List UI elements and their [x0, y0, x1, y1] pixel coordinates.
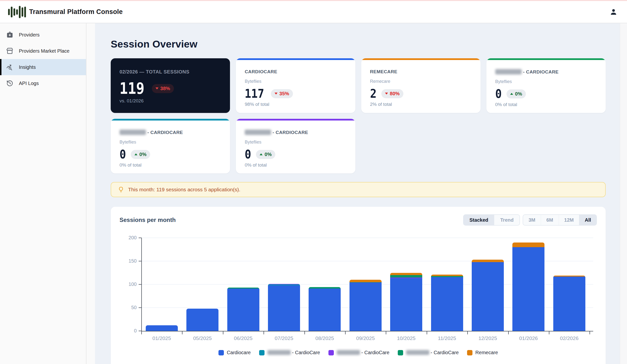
- bar-10/2025[interactable]: [390, 273, 422, 331]
- bar-01/2025[interactable]: [146, 325, 178, 331]
- stat-card-title: - CARDIOCARE: [495, 69, 597, 75]
- redacted-name: [245, 130, 271, 135]
- app-logo-icon: [8, 1, 26, 23]
- briefcase-medical-icon: [6, 31, 13, 39]
- redacted-name: [406, 350, 429, 355]
- sidebar-item-providers-market-place[interactable]: Providers Market Place: [0, 43, 86, 59]
- x-axis-label: 08/2025: [305, 335, 345, 341]
- bar-segment: [512, 247, 544, 331]
- sidebar-item-providers[interactable]: Providers: [0, 27, 86, 43]
- gridline: [142, 238, 593, 238]
- x-tick: [141, 331, 142, 334]
- stat-card-subtitle: Byteflies: [245, 140, 346, 145]
- legend-item: - CardioCare: [398, 350, 459, 356]
- history-icon: [6, 80, 13, 87]
- sidebar: ProvidersProviders Market PlaceInsightsA…: [0, 23, 86, 364]
- bar-segment: [472, 262, 504, 331]
- stat-card-footer: 0% of total: [119, 162, 221, 168]
- bar-segment: [350, 280, 382, 282]
- sidebar-item-label: Providers: [19, 32, 39, 38]
- y-axis-line: [141, 238, 142, 334]
- card-accent-bar: [236, 58, 355, 60]
- bar-12/2025[interactable]: [472, 260, 504, 331]
- stat-card-4: - CARDIOCAREByteflies00%0% of total: [111, 119, 230, 173]
- delta-percent: 38%: [160, 86, 170, 91]
- stat-card-title: CARDIOCARE: [245, 69, 346, 74]
- x-tick: [427, 331, 427, 334]
- user-icon[interactable]: [610, 8, 617, 16]
- arrow-down-icon: [274, 93, 277, 95]
- x-axis-label: 07/2025: [263, 335, 304, 341]
- stat-card-subtitle: Byteflies: [495, 79, 597, 84]
- x-tick: [305, 331, 305, 334]
- scrollbar-track[interactable]: [620, 23, 627, 364]
- legend-label: - CardioCare: [406, 350, 459, 356]
- sessions-chart-card: Sessions per month StackedTrend 3M6M12MA…: [111, 207, 606, 364]
- x-axis-label: 11/2025: [427, 335, 467, 341]
- card-accent-bar: [486, 58, 606, 60]
- x-tick: [386, 331, 386, 334]
- delta-percent: 0%: [139, 152, 147, 157]
- x-tick: [263, 331, 264, 334]
- bar-01/2026[interactable]: [512, 243, 544, 331]
- y-axis-label: 150: [111, 258, 137, 264]
- sidebar-item-insights[interactable]: Insights: [0, 59, 86, 75]
- card-accent-bar: [111, 119, 230, 120]
- legend-label: - CardioCare: [267, 350, 320, 356]
- bar-11/2025[interactable]: [431, 275, 463, 331]
- bar-segment: [227, 289, 259, 331]
- lightbulb-icon: [118, 186, 124, 193]
- legend-swatch: [218, 350, 224, 356]
- legend-swatch: [259, 350, 264, 356]
- stat-card-title: - CARDIOCARE: [245, 130, 346, 135]
- bar-05/2025[interactable]: [186, 309, 218, 331]
- x-tick: [549, 331, 549, 334]
- x-axis-label: 05/2025: [182, 335, 223, 341]
- arrow-down-icon: [385, 93, 388, 95]
- legend-item: - CardioCare: [259, 350, 320, 356]
- bar-segment: [309, 289, 341, 331]
- stat-card-footer: 0% of total: [245, 162, 346, 168]
- arrow-down-icon: [156, 87, 158, 89]
- redacted-name: [337, 350, 360, 355]
- stat-card-footer: 2% of total: [370, 102, 472, 107]
- sidebar-item-api-logs[interactable]: API Logs: [0, 75, 86, 91]
- sessions-bar-chart: 05010015020001/202505/202506/202507/2025…: [111, 207, 606, 364]
- x-tick: [467, 331, 468, 334]
- bar-07/2025[interactable]: [268, 284, 300, 331]
- app-header: Transmural Platform Console: [0, 1, 627, 23]
- stat-card-footer: 0% of total: [495, 102, 597, 107]
- stat-card-5: - CARDIOCAREByteflies00%0% of total: [236, 119, 355, 173]
- delta-percent: 80%: [390, 91, 400, 97]
- bar-09/2025[interactable]: [350, 280, 382, 331]
- stat-card-label: 02/2026 — TOTAL SESSIONS: [119, 69, 221, 75]
- legend-label: Cardiocare: [227, 350, 251, 356]
- bar-08/2025[interactable]: [309, 287, 341, 331]
- bar-06/2025[interactable]: [227, 288, 259, 331]
- redacted-name: [267, 350, 291, 355]
- bar-segment: [472, 260, 504, 262]
- sidebar-item-label: Providers Market Place: [19, 48, 70, 54]
- main-content: Session Overview 02/2026 — TOTAL SESSION…: [95, 23, 620, 364]
- bar-segment: [553, 277, 585, 331]
- insights-icon: [6, 63, 13, 71]
- bar-segment: [512, 243, 544, 247]
- x-axis-label: 01/2025: [141, 335, 182, 341]
- bar-segment: [186, 309, 218, 331]
- sidebar-gap: [86, 23, 95, 364]
- y-axis-label: 200: [111, 235, 137, 241]
- delta-badge: 0%: [507, 89, 526, 99]
- legend-item: Cardiocare: [218, 350, 251, 356]
- stat-card-value: 0: [245, 148, 251, 160]
- bar-segment: [350, 282, 382, 331]
- x-axis-line: [141, 331, 593, 331]
- stat-card-title: - CARDIOCARE: [119, 130, 221, 135]
- arrow-up-icon: [510, 93, 513, 95]
- legend-item: - CardioCare: [328, 350, 389, 356]
- delta-percent: 0%: [264, 152, 272, 157]
- y-axis-label: 0: [111, 328, 137, 334]
- bar-02/2026[interactable]: [553, 276, 585, 331]
- x-tick: [345, 331, 346, 334]
- bar-segment: [146, 325, 178, 331]
- delta-badge: 0%: [131, 150, 150, 159]
